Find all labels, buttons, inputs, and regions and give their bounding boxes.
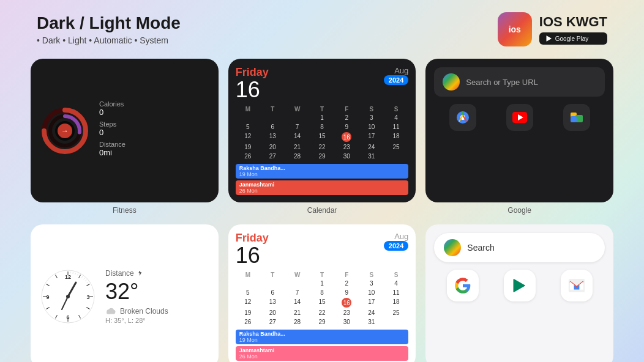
svg-text:9: 9 <box>46 294 49 300</box>
cal-light-week3: 12131415161718 <box>236 298 409 308</box>
search-placeholder-light: Search <box>467 243 494 253</box>
calendar-light-container: Friday 16 Aug 2024 MTWTFSS 1234 56789101… <box>228 224 416 362</box>
fitness-widget: → Calories 0 Steps 0 Distance 0mi <box>31 59 219 202</box>
app-name: IOS KWGT <box>539 14 607 30</box>
cal-light-month-year: Aug 2024 <box>384 232 408 251</box>
calendar-dark-header: Friday 16 Aug 2024 <box>236 66 409 101</box>
calories-label: Calories <box>99 100 125 108</box>
analog-clock: 12 3 6 9 <box>40 269 95 324</box>
cal-light-weekdays: MTWTFSS <box>236 272 409 278</box>
widgets-grid: → Calories 0 Steps 0 Distance 0mi Fitnes… <box>0 53 644 347</box>
app-info: ios IOS KWGT Google Play <box>498 12 607 46</box>
cal-dark-week2: 567891011 <box>236 123 409 131</box>
title-section: Dark / Light Mode • Dark • Light • Autom… <box>37 13 181 45</box>
weather-temp-range: H: 35°, L: 28° <box>105 317 209 324</box>
search-bar-dark[interactable]: Search or Type URL <box>434 67 605 97</box>
files-app-dark[interactable] <box>563 104 590 131</box>
cal-light-events: Raksha Bandha... 19 Mon Janmashtami 26 M… <box>236 330 409 361</box>
search-bar-light[interactable]: Search <box>434 233 605 262</box>
steps-value: 0 <box>99 128 125 137</box>
cal-light-week5: 262728293031 <box>236 318 409 326</box>
cal-light-day-number: 16 <box>236 245 269 267</box>
cal-dark-week4: 19202122232425 <box>236 143 409 151</box>
app-icons-dark-row <box>434 104 605 131</box>
cal-light-month: Aug <box>384 232 408 241</box>
cal-light-week1: 1234 <box>236 279 409 287</box>
svg-point-39 <box>66 295 70 298</box>
cal-dark-left: Friday 16 <box>236 66 269 101</box>
google-play-label: Google Play <box>555 35 588 42</box>
calendar-dark-widget: Friday 16 Aug 2024 MTWTFSS 1234 56789101… <box>228 59 416 202</box>
chrome-app-dark[interactable] <box>449 104 476 131</box>
youtube-app-dark[interactable] <box>506 104 533 131</box>
cal-light-event-1: Raksha Bandha... 19 Mon <box>236 330 409 344</box>
fitness-widget-container: → Calories 0 Steps 0 Distance 0mi Fitnes… <box>31 59 219 215</box>
cal-light-year: 2024 <box>384 241 408 251</box>
search-placeholder-dark: Search or Type URL <box>466 78 538 87</box>
google-play-badge[interactable]: Google Play <box>539 32 607 45</box>
fitness-stats: Calories 0 Steps 0 Distance 0mi <box>99 100 125 161</box>
distance-label: Distance <box>99 141 125 148</box>
cal-dark-event-2: Janmashtami 26 Mon <box>236 180 409 195</box>
svg-rect-43 <box>107 311 115 314</box>
google-dark-widget: Search or Type URL <box>425 59 613 202</box>
page-title: Dark / Light Mode <box>37 13 181 33</box>
ring-container: → <box>40 106 89 155</box>
google-icon-light <box>444 239 461 256</box>
calendar-dark-label: Calendar <box>307 206 337 215</box>
svg-text:12: 12 <box>65 274 71 280</box>
cal-dark-day-number: 16 <box>236 79 269 101</box>
cal-dark-month-year: Aug 2024 <box>384 66 408 85</box>
distance-value: 0mi <box>99 148 125 157</box>
cal-light-week2: 567891011 <box>236 289 409 297</box>
cal-dark-events: Raksha Bandha... 19 Mon Janmashtami 26 M… <box>236 164 409 195</box>
google-app-light[interactable] <box>447 270 479 301</box>
google-dark-container: Search or Type URL <box>425 59 613 215</box>
app-icon: ios <box>498 12 532 46</box>
calendar-light-header: Friday 16 Aug 2024 <box>236 232 409 267</box>
steps-label: Steps <box>99 120 125 128</box>
fitness-label: Fitness <box>113 206 137 215</box>
cal-dark-grid: MTWTFSS 1234 567891011 12131415161718 19… <box>236 106 409 160</box>
cal-light-left: Friday 16 <box>236 232 269 267</box>
google-chrome-icon-dark <box>443 73 460 90</box>
weather-desc: Broken Clouds <box>105 307 209 316</box>
play-app-light[interactable] <box>504 270 536 301</box>
cal-light-grid: MTWTFSS 1234 567891011 12131415161718 19… <box>236 272 409 326</box>
ring-arrow: → <box>58 124 72 138</box>
cal-dark-year: 2024 <box>384 75 408 85</box>
calories-value: 0 <box>99 108 125 117</box>
distance-label: Distance <box>105 269 209 278</box>
cal-dark-month: Aug <box>384 66 408 75</box>
cal-dark-week3: 12131415161718 <box>236 132 409 142</box>
cal-dark-event-1: Raksha Bandha... 19 Mon <box>236 164 409 179</box>
cal-dark-week5: 262728293031 <box>236 152 409 160</box>
google-dark-label: Google <box>507 206 531 215</box>
temperature: 32° <box>105 279 209 305</box>
clock-widget: 12 3 6 9 Distance 32° <box>31 224 219 362</box>
google-light-widget: Search <box>425 224 613 362</box>
calendar-light-widget: Friday 16 Aug 2024 MTWTFSS 1234 56789101… <box>228 224 416 362</box>
cal-dark-weekdays: MTWTFSS <box>236 106 409 113</box>
cal-light-event-2: Janmashtami 26 Mon <box>236 346 409 361</box>
google-light-container: Search <box>425 224 613 362</box>
calendar-dark-container: Friday 16 Aug 2024 MTWTFSS 1234 56789101… <box>228 59 416 215</box>
gmail-app-light[interactable] <box>561 270 593 301</box>
svg-text:3: 3 <box>86 294 89 300</box>
cal-dark-week1: 1234 <box>236 114 409 122</box>
subtitle: • Dark • Light • Automatic • System <box>37 35 181 45</box>
cal-light-week4: 19202122232425 <box>236 309 409 317</box>
svg-text:6: 6 <box>66 314 69 320</box>
svg-rect-11 <box>571 116 577 122</box>
header: Dark / Light Mode • Dark • Light • Autom… <box>0 0 644 53</box>
weather-section: Distance 32° Broken Clouds H: 35°, L: 28… <box>105 269 209 324</box>
app-text: IOS KWGT Google Play <box>539 14 607 45</box>
clock-widget-container: 12 3 6 9 Distance 32° <box>31 224 219 362</box>
app-icons-light-row <box>434 270 605 301</box>
